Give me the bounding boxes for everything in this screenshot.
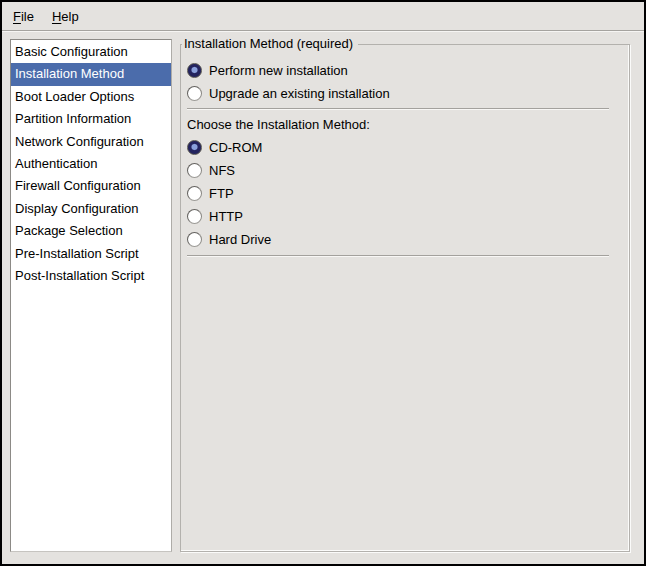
sidebar-item-basic-configuration[interactable]: Basic Configuration bbox=[11, 41, 171, 63]
radio-label-nfs: NFS bbox=[209, 163, 235, 178]
sidebar-item-pre-installation-script[interactable]: Pre-Installation Script bbox=[11, 243, 171, 265]
radio-button-http[interactable] bbox=[187, 209, 202, 224]
radio-button-upgrade-an-existing-installation[interactable] bbox=[187, 86, 202, 101]
menubar: FileHelp bbox=[2, 2, 644, 31]
radio-button-ftp[interactable] bbox=[187, 186, 202, 201]
sidebar-item-package-selection[interactable]: Package Selection bbox=[11, 220, 171, 242]
menu-accel: H bbox=[52, 9, 61, 24]
section-list[interactable]: Basic ConfigurationInstallation MethodBo… bbox=[10, 39, 172, 552]
radio-button-perform-new-installation[interactable] bbox=[187, 63, 202, 78]
sidebar-item-partition-information[interactable]: Partition Information bbox=[11, 108, 171, 130]
frame-title: Installation Method (required) bbox=[182, 36, 358, 51]
radio-row-nfs[interactable]: NFS bbox=[187, 159, 619, 182]
sidebar-item-post-installation-script[interactable]: Post-Installation Script bbox=[11, 265, 171, 287]
sidebar-item-boot-loader-options[interactable]: Boot Loader Options bbox=[11, 86, 171, 108]
radio-row-cd-rom[interactable]: CD-ROM bbox=[187, 136, 619, 159]
radio-row-upgrade-an-existing-installation[interactable]: Upgrade an existing installation bbox=[187, 82, 619, 105]
radio-label-upgrade-an-existing-installation: Upgrade an existing installation bbox=[209, 86, 390, 101]
radio-button-nfs[interactable] bbox=[187, 163, 202, 178]
method-radio-group: CD-ROMNFSFTPHTTPHard Drive bbox=[187, 136, 619, 251]
radio-label-hard-drive: Hard Drive bbox=[209, 232, 271, 247]
installation-method-frame: Installation Method (required) Perform n… bbox=[180, 44, 630, 552]
kickstart-configurator-window: { "menu": { "items": [ { "label": "File"… bbox=[0, 0, 646, 566]
sidebar-item-network-configuration[interactable]: Network Configuration bbox=[11, 131, 171, 153]
radio-row-http[interactable]: HTTP bbox=[187, 205, 619, 228]
separator-upper bbox=[187, 108, 609, 110]
main-content: Basic ConfigurationInstallation MethodBo… bbox=[2, 31, 644, 564]
radio-button-cd-rom[interactable] bbox=[187, 140, 202, 155]
sidebar-item-firewall-configuration[interactable]: Firewall Configuration bbox=[11, 175, 171, 197]
install-type-radio-group: Perform new installationUpgrade an exist… bbox=[187, 59, 619, 105]
menu-help[interactable]: Help bbox=[43, 2, 88, 30]
radio-label-perform-new-installation: Perform new installation bbox=[209, 63, 348, 78]
radio-row-perform-new-installation[interactable]: Perform new installation bbox=[187, 59, 619, 82]
radio-label-cd-rom: CD-ROM bbox=[209, 140, 262, 155]
radio-label-http: HTTP bbox=[209, 209, 243, 224]
radio-row-ftp[interactable]: FTP bbox=[187, 182, 619, 205]
choose-method-label: Choose the Installation Method: bbox=[187, 113, 619, 136]
separator-lower bbox=[187, 255, 609, 257]
sidebar-item-installation-method[interactable]: Installation Method bbox=[11, 63, 171, 85]
radio-label-ftp: FTP bbox=[209, 186, 234, 201]
sidebar-item-authentication[interactable]: Authentication bbox=[11, 153, 171, 175]
menu-accel: F bbox=[13, 9, 21, 24]
sidebar-item-display-configuration[interactable]: Display Configuration bbox=[11, 198, 171, 220]
radio-row-hard-drive[interactable]: Hard Drive bbox=[187, 228, 619, 251]
radio-button-hard-drive[interactable] bbox=[187, 232, 202, 247]
menu-file[interactable]: File bbox=[4, 2, 43, 30]
